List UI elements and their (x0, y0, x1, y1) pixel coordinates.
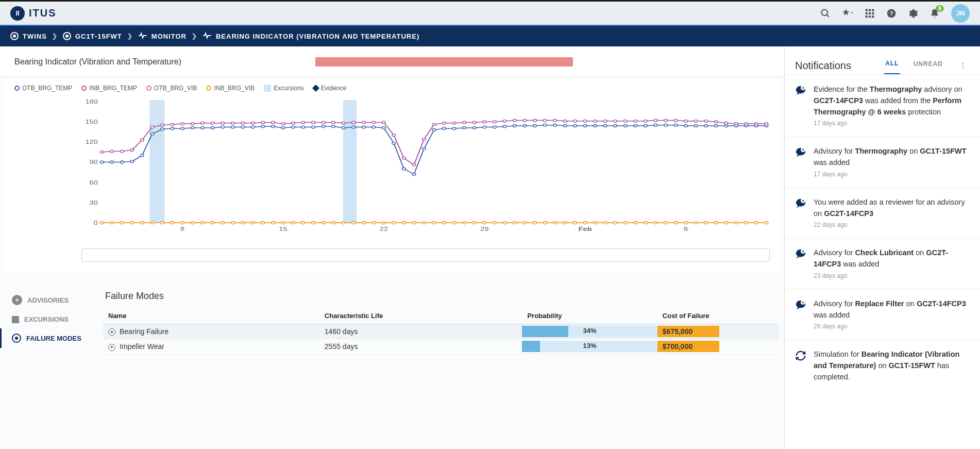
bell-icon[interactable]: 6 (930, 8, 940, 19)
chart-brush[interactable] (81, 248, 770, 262)
svg-point-271 (452, 222, 456, 224)
notification-item[interactable]: +You were added as a reviewer for an adv… (785, 187, 980, 238)
svg-point-60 (352, 126, 356, 128)
col-name[interactable]: Name (103, 308, 319, 324)
svg-point-296 (704, 222, 708, 224)
failure-modes-table: Name Characteristic Life Probability Cos… (103, 308, 779, 355)
svg-text:+: + (802, 199, 804, 204)
svg-point-85 (603, 125, 607, 127)
help-icon[interactable]: ? (886, 8, 897, 19)
svg-point-102 (100, 151, 104, 153)
svg-point-75 (503, 125, 506, 128)
svg-point-130 (382, 121, 386, 124)
chart-svg-wrap[interactable]: 03060901201501808152229Feb8 (81, 99, 770, 248)
svg-point-90 (654, 124, 657, 126)
col-prob[interactable]: Probability (522, 308, 657, 324)
notif-tab-unread[interactable]: UNREAD (913, 57, 944, 74)
svg-point-284 (583, 222, 587, 224)
svg-point-262 (362, 222, 365, 224)
svg-point-54 (292, 126, 295, 128)
col-life[interactable]: Characteristic Life (319, 308, 522, 324)
svg-rect-4 (872, 9, 874, 11)
svg-point-72 (472, 126, 476, 129)
legend-series-2[interactable]: INB_BRG_TEMP (81, 85, 137, 92)
svg-point-153 (614, 120, 617, 122)
breadcrumb-monitor[interactable]: MONITOR (138, 32, 187, 41)
legend-excursions[interactable]: Excursions (264, 85, 304, 92)
svg-point-243 (171, 222, 174, 224)
circle-icon (81, 86, 87, 91)
legend-series-4[interactable]: INB_BRG_VIB (206, 85, 255, 92)
search-icon[interactable] (820, 8, 831, 19)
kebab-icon[interactable]: ⋮ (956, 58, 970, 73)
table-row[interactable]: Bearing Failure1460 days34%$675,000 (103, 324, 779, 339)
svg-point-141 (493, 121, 496, 123)
tab-failure-modes[interactable]: FAILURE MODES (0, 328, 98, 348)
svg-text:180: 180 (86, 99, 98, 105)
notification-item[interactable]: +Advisory for Thermography on GC1T-15FWT… (785, 136, 980, 187)
svg-point-142 (503, 120, 506, 122)
svg-text:0: 0 (94, 220, 98, 226)
svg-point-76 (513, 125, 517, 127)
svg-point-137 (452, 122, 456, 124)
legend-series-1[interactable]: OTB_BRG_TEMP (14, 85, 72, 92)
notif-tab-all[interactable]: ALL (884, 57, 900, 74)
svg-point-120 (281, 123, 285, 125)
svg-point-275 (493, 222, 496, 224)
app-logo[interactable]: II ITUS (10, 6, 57, 21)
svg-rect-2 (866, 9, 868, 11)
avatar[interactable]: JN (951, 4, 970, 23)
comment-plus-icon: + (795, 85, 806, 127)
page-title: Bearing Indicator (Vibration and Tempera… (14, 57, 181, 66)
svg-point-80 (553, 124, 557, 126)
table-row[interactable]: Impeller Wear2555 days13%$700,000 (103, 339, 779, 354)
apps-grid-icon[interactable] (865, 8, 875, 19)
svg-point-280 (543, 222, 547, 224)
notification-item[interactable]: +Advisory for Check Lubricant on GC2T-14… (785, 238, 980, 289)
svg-point-289 (634, 222, 637, 224)
star-menu-icon[interactable] (842, 8, 853, 19)
svg-point-278 (523, 222, 527, 224)
breadcrumb-twins[interactable]: TWINS (10, 32, 47, 40)
target-icon (108, 344, 115, 351)
svg-point-258 (322, 222, 325, 224)
svg-point-155 (634, 120, 637, 122)
svg-point-42 (171, 127, 174, 130)
breadcrumb-asset[interactable]: GC1T-15FWT (63, 32, 122, 40)
svg-point-263 (372, 222, 376, 224)
svg-point-57 (322, 125, 325, 128)
col-cost[interactable]: Cost of Failure (657, 308, 779, 324)
svg-point-134 (423, 138, 426, 141)
notification-item[interactable]: +Evidence for the Thermography advisory … (785, 74, 980, 136)
svg-point-92 (674, 124, 678, 126)
notification-list[interactable]: +Evidence for the Thermography advisory … (785, 74, 980, 449)
line-chart[interactable]: 03060901201501808152229Feb8 (81, 99, 770, 233)
svg-point-239 (130, 222, 134, 224)
circle-icon (146, 86, 151, 91)
svg-point-62 (372, 126, 376, 128)
svg-point-94 (694, 125, 698, 127)
svg-point-283 (573, 222, 577, 224)
notification-item[interactable]: Simulation for Bearing Indicator (Vibrat… (785, 339, 980, 392)
svg-point-78 (533, 125, 537, 127)
target-icon (63, 32, 71, 40)
legend-evidence[interactable]: Evidence (313, 85, 346, 92)
svg-point-126 (342, 122, 345, 124)
tab-excursions[interactable]: EXCURSIONS (0, 310, 98, 328)
svg-point-79 (543, 124, 547, 126)
svg-point-291 (654, 222, 657, 224)
svg-point-63 (382, 126, 386, 129)
svg-point-156 (644, 120, 648, 122)
svg-point-163 (714, 121, 718, 123)
svg-point-164 (724, 122, 728, 124)
svg-text:8: 8 (684, 226, 688, 232)
notification-item[interactable]: +Advisory for Replace Filter on GC2T-14F… (785, 289, 980, 340)
legend-series-3[interactable]: OTB_BRG_VIB (146, 85, 197, 92)
gear-icon[interactable] (908, 8, 918, 19)
svg-rect-3 (869, 9, 871, 11)
svg-point-111 (191, 123, 194, 125)
svg-point-107 (150, 126, 154, 128)
svg-point-109 (171, 123, 174, 126)
tab-advisories[interactable]: +ADVISORIES (0, 290, 98, 310)
svg-point-45 (201, 126, 205, 129)
